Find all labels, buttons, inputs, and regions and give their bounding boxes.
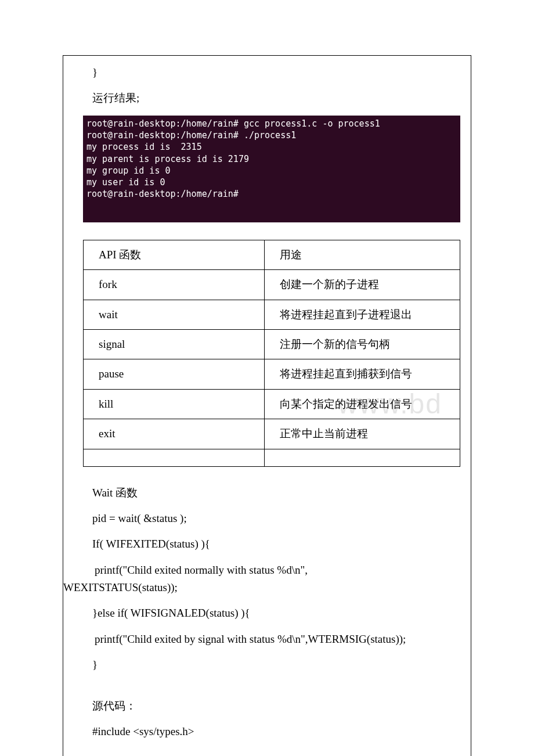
terminal-line: my parent is process id is 2179	[86, 154, 249, 164]
terminal-line: root@rain-desktop:/home/rain#	[86, 189, 239, 199]
table-cell: 将进程挂起直到捕获到信号	[264, 359, 460, 389]
terminal-line: root@rain-desktop:/home/rain# ./process1	[86, 130, 296, 141]
document-page: } 运行结果; root@rain-desktop:/home/rain# gc…	[0, 0, 534, 756]
code-line: }else if( WIFSIGNALED(status) ){	[83, 604, 460, 622]
table-cell: wait	[84, 300, 265, 329]
wait-heading: Wait 函数	[83, 484, 460, 502]
table-row: pause 将进程挂起直到捕获到信号	[84, 359, 460, 389]
table-cell-text: kill	[99, 398, 113, 410]
terminal-line: my user id is 0	[86, 177, 165, 188]
code-close-brace: }	[83, 64, 460, 81]
table-cell: 向某个指定的进程发出信号	[264, 389, 460, 419]
terminal-line: root@rain-desktop:/home/rain# gcc proces…	[86, 118, 380, 129]
table-header-api: API 函数	[84, 240, 265, 269]
table-row: fork 创建一个新的子进程	[84, 270, 460, 300]
table-cell: signal	[84, 329, 265, 359]
table-cell: kill www.bd	[84, 389, 265, 419]
api-table: API 函数 用途 fork 创建一个新的子进程 wait 将进程挂起直到子进程…	[83, 240, 460, 467]
table-row: API 函数 用途	[84, 240, 460, 269]
code-line: WEXITSTATUS(status));	[63, 579, 460, 596]
table-cell: 将进程挂起直到子进程退出	[264, 300, 460, 329]
terminal-line: my group id is 0	[86, 165, 171, 176]
run-result-label: 运行结果;	[83, 89, 460, 107]
code-line: pid = wait( &status );	[83, 510, 460, 527]
code-line: printf("Child exited by signal with stat…	[83, 631, 460, 648]
table-cell: 注册一个新的信号句柄	[264, 329, 460, 359]
table-row	[84, 449, 460, 466]
table-row: signal 注册一个新的信号句柄	[84, 329, 460, 359]
code-line: }	[83, 656, 460, 674]
content-frame: } 运行结果; root@rain-desktop:/home/rain# gc…	[63, 55, 471, 756]
source-heading: 源代码：	[83, 697, 460, 715]
table-row: kill www.bd 向某个指定的进程发出信号	[84, 389, 460, 419]
table-cell: 创建一个新的子进程	[264, 270, 460, 300]
table-cell	[264, 449, 460, 466]
code-line: printf("Child exited normally with statu…	[83, 561, 460, 579]
table-cell: pause	[84, 359, 265, 389]
table-cell: exit	[84, 419, 265, 449]
terminal-output: root@rain-desktop:/home/rain# gcc proces…	[83, 116, 460, 222]
table-cell	[84, 449, 265, 466]
table-header-usage: 用途	[264, 240, 460, 269]
table-cell: 正常中止当前进程	[264, 419, 460, 449]
table-row: exit 正常中止当前进程	[84, 419, 460, 449]
terminal-line: my process id is 2315	[86, 142, 202, 152]
table-row: wait 将进程挂起直到子进程退出	[84, 300, 460, 329]
code-line: If( WIFEXITED(status) ){	[83, 535, 460, 553]
table-cell: fork	[84, 270, 265, 300]
code-line: #include <sys/types.h>	[83, 723, 460, 740]
code-body: Wait 函数 pid = wait( &status ); If( WIFEX…	[83, 484, 460, 741]
